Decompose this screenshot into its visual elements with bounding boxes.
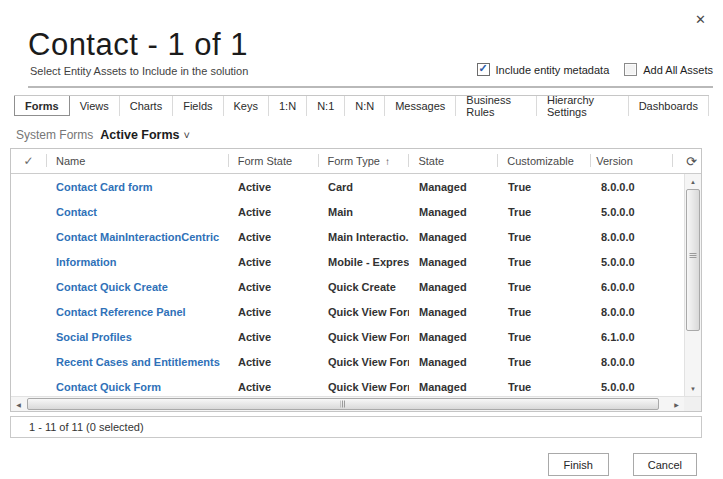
checkbox[interactable]: ✓ <box>477 63 490 76</box>
table-row[interactable]: Contact Reference Panel Active Quick Vie… <box>11 299 684 324</box>
tab-label: Business Rules <box>466 94 526 118</box>
form-state-cell: Active <box>228 256 318 268</box>
form-type-cell: Quick View Form <box>318 331 409 343</box>
forms-grid: ✓ Name Form State Form Type↑ State Custo… <box>10 148 702 412</box>
customizable-cell: True <box>498 306 591 318</box>
column-header-form-type[interactable]: Form Type↑ <box>318 149 409 173</box>
form-name-link[interactable]: Social Profiles <box>56 331 132 343</box>
table-row[interactable]: Contact Quick Form Active Quick View For… <box>11 374 684 396</box>
table-row[interactable]: Social Profiles Active Quick View Form M… <box>11 324 684 349</box>
table-row[interactable]: Contact Active Main Managed True 5.0.0.0 <box>11 199 684 224</box>
column-header-form-state[interactable]: Form State <box>228 149 318 173</box>
select-all-header[interactable]: ✓ <box>11 149 46 173</box>
table-row[interactable]: Recent Cases and Entitlements Active Qui… <box>11 349 684 374</box>
state-cell: Managed <box>409 181 498 193</box>
checkbox-label: Add All Assets <box>643 64 713 76</box>
customizable-cell: True <box>498 256 591 268</box>
form-state-cell: Active <box>228 231 318 243</box>
sort-ascending-icon: ↑ <box>385 156 390 167</box>
scroll-up-icon[interactable]: ▲ <box>685 174 701 189</box>
refresh-icon[interactable]: ⟳ <box>686 154 697 169</box>
tab-label: N:1 <box>317 100 334 112</box>
form-name-link[interactable]: Contact Reference Panel <box>56 306 186 318</box>
tab[interactable]: Messages <box>385 96 456 116</box>
tab-label: Hierarchy Settings <box>547 94 618 118</box>
form-state-cell: Active <box>228 181 318 193</box>
checkbox[interactable]: ✓ <box>624 63 637 76</box>
tab-label: Forms <box>25 100 59 112</box>
tab[interactable]: Keys <box>224 96 269 116</box>
form-name-link[interactable]: Contact Quick Create <box>56 281 168 293</box>
checkbox-option[interactable]: ✓ Add All Assets <box>624 63 713 76</box>
form-type-cell: Quick Create <box>318 281 409 293</box>
page-subtitle: Select Entity Assets to Include in the s… <box>30 65 248 77</box>
finish-button[interactable]: Finish <box>548 453 609 476</box>
horizontal-scroll-row: ◀ ▶ <box>11 396 701 411</box>
tab[interactable]: 1:N <box>269 96 307 116</box>
column-header-customizable[interactable]: Customizable <box>497 149 590 173</box>
scroll-down-icon[interactable]: ▼ <box>685 381 701 396</box>
table-row[interactable]: Contact Quick Create Active Quick Create… <box>11 274 684 299</box>
scroll-right-icon[interactable]: ▶ <box>669 397 684 411</box>
tab[interactable]: N:1 <box>307 96 345 116</box>
tab-strip: Forms Views Charts Fields Keys 1:N N:1 N… <box>14 95 709 115</box>
tab-label: Dashboards <box>639 100 698 112</box>
record-count-text: 1 - 11 of 11 (0 selected) <box>29 421 144 433</box>
version-cell: 8.0.0.0 <box>591 231 673 243</box>
grid-rows: Contact Card form Active Card Managed Tr… <box>11 174 684 396</box>
version-cell: 8.0.0.0 <box>591 306 673 318</box>
horizontal-scrollbar[interactable]: ◀ ▶ <box>11 396 684 411</box>
column-header-state[interactable]: State <box>408 149 497 173</box>
filter-bar: System Forms Active Forms˅ <box>16 128 190 142</box>
table-row[interactable]: Information Active Mobile - Express Mana… <box>11 249 684 274</box>
state-cell: Managed <box>409 381 498 393</box>
state-cell: Managed <box>409 356 498 368</box>
tab-label: Views <box>80 100 109 112</box>
tab-label: 1:N <box>279 100 296 112</box>
state-cell: Managed <box>409 331 498 343</box>
checkbox-option[interactable]: ✓ Include entity metadata <box>477 63 610 76</box>
version-cell: 8.0.0.0 <box>591 356 673 368</box>
header-options: ✓ Include entity metadata ✓ Add All Asse… <box>477 63 713 76</box>
tab[interactable]: Dashboards <box>629 96 709 116</box>
vertical-scrollbar[interactable]: ▲ ▼ <box>684 174 701 396</box>
form-state-cell: Active <box>228 331 318 343</box>
view-selector[interactable]: Active Forms˅ <box>100 128 190 142</box>
checkmark-icon: ✓ <box>23 154 33 168</box>
version-cell: 5.0.0.0 <box>591 381 673 393</box>
form-state-cell: Active <box>228 281 318 293</box>
table-row[interactable]: Contact Card form Active Card Managed Tr… <box>11 174 684 199</box>
check-icon: ✓ <box>478 62 487 75</box>
scroll-left-icon[interactable]: ◀ <box>11 397 26 411</box>
form-name-link[interactable]: Information <box>56 256 117 268</box>
column-header-version[interactable]: Version <box>590 149 672 173</box>
tab[interactable]: Fields <box>173 96 223 116</box>
header-divider <box>28 86 713 88</box>
form-type-cell: Mobile - Express <box>318 256 409 268</box>
vertical-scrollbar-thumb[interactable] <box>686 189 700 331</box>
horizontal-scrollbar-thumb[interactable] <box>27 398 659 410</box>
tab[interactable]: Charts <box>120 96 173 116</box>
tab[interactable]: Views <box>70 96 120 116</box>
form-name-link[interactable]: Contact Card form <box>56 181 153 193</box>
column-header-spacer <box>672 149 682 173</box>
version-cell: 5.0.0.0 <box>591 206 673 218</box>
form-name-link[interactable]: Contact Quick Form <box>56 381 161 393</box>
table-row[interactable]: Contact MainInteractionCentric Active Ma… <box>11 224 684 249</box>
form-name-link[interactable]: Contact MainInteractionCentric <box>56 231 219 243</box>
form-name-link[interactable]: Contact <box>56 206 97 218</box>
close-icon[interactable]: ✕ <box>695 13 706 26</box>
form-name-link[interactable]: Recent Cases and Entitlements <box>56 356 220 368</box>
tab[interactable]: Business Rules <box>456 96 537 116</box>
refresh-cell: ⟳ <box>682 154 701 169</box>
grid-body: Contact Card form Active Card Managed Tr… <box>11 174 701 396</box>
form-type-cell: Quick View Form <box>318 356 409 368</box>
column-header-name[interactable]: Name <box>46 149 228 173</box>
form-state-cell: Active <box>228 381 318 393</box>
grid-header-row: ✓ Name Form State Form Type↑ State Custo… <box>11 149 701 174</box>
state-cell: Managed <box>409 206 498 218</box>
tab[interactable]: N:N <box>345 96 385 116</box>
cancel-button[interactable]: Cancel <box>633 453 697 476</box>
tab[interactable]: Hierarchy Settings <box>537 96 629 116</box>
tab[interactable]: Forms <box>14 96 70 116</box>
